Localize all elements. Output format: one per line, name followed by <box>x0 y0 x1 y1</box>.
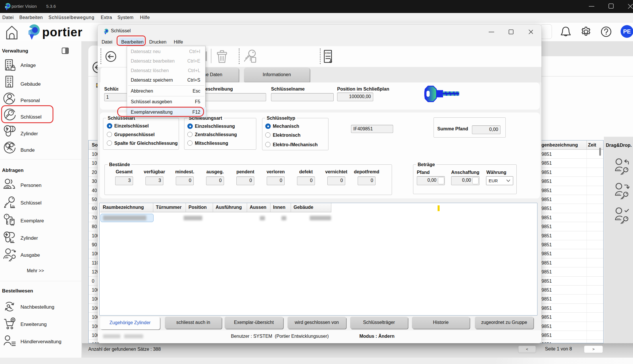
svg-text:CSV: CSV <box>325 51 331 55</box>
